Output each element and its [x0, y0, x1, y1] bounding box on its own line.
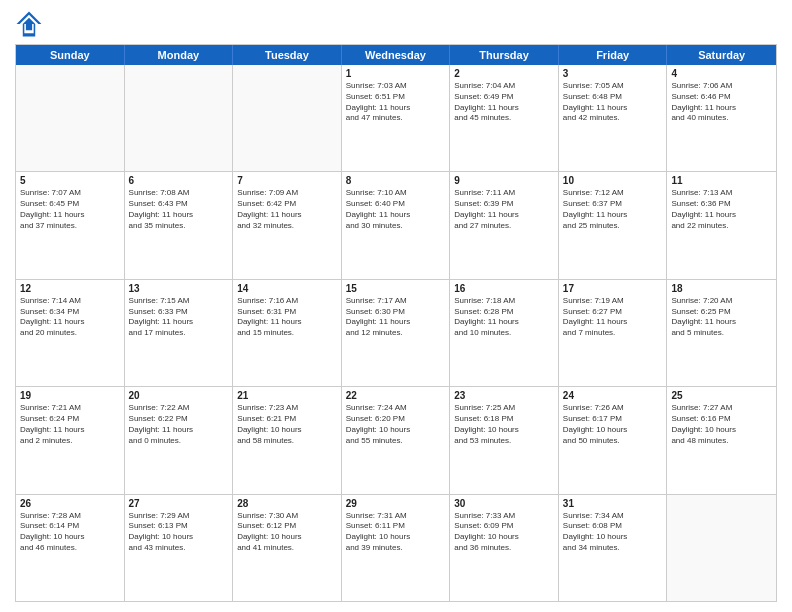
calendar-cell: 10Sunrise: 7:12 AMSunset: 6:37 PMDayligh… — [559, 172, 668, 278]
calendar-week-4: 19Sunrise: 7:21 AMSunset: 6:24 PMDayligh… — [16, 387, 776, 494]
calendar-week-2: 5Sunrise: 7:07 AMSunset: 6:45 PMDaylight… — [16, 172, 776, 279]
day-number: 27 — [129, 498, 229, 509]
calendar-cell: 21Sunrise: 7:23 AMSunset: 6:21 PMDayligh… — [233, 387, 342, 493]
calendar-cell: 20Sunrise: 7:22 AMSunset: 6:22 PMDayligh… — [125, 387, 234, 493]
calendar-cell: 17Sunrise: 7:19 AMSunset: 6:27 PMDayligh… — [559, 280, 668, 386]
day-number: 3 — [563, 68, 663, 79]
cell-info: Sunrise: 7:07 AMSunset: 6:45 PMDaylight:… — [20, 188, 120, 231]
calendar-cell: 2Sunrise: 7:04 AMSunset: 6:49 PMDaylight… — [450, 65, 559, 171]
calendar-cell: 11Sunrise: 7:13 AMSunset: 6:36 PMDayligh… — [667, 172, 776, 278]
calendar-cell: 7Sunrise: 7:09 AMSunset: 6:42 PMDaylight… — [233, 172, 342, 278]
day-number: 10 — [563, 175, 663, 186]
cell-info: Sunrise: 7:24 AMSunset: 6:20 PMDaylight:… — [346, 403, 446, 446]
page: SundayMondayTuesdayWednesdayThursdayFrid… — [0, 0, 792, 612]
day-number: 26 — [20, 498, 120, 509]
cell-info: Sunrise: 7:22 AMSunset: 6:22 PMDaylight:… — [129, 403, 229, 446]
calendar: SundayMondayTuesdayWednesdayThursdayFrid… — [15, 44, 777, 602]
day-number: 25 — [671, 390, 772, 401]
day-number: 30 — [454, 498, 554, 509]
cell-info: Sunrise: 7:17 AMSunset: 6:30 PMDaylight:… — [346, 296, 446, 339]
cell-info: Sunrise: 7:18 AMSunset: 6:28 PMDaylight:… — [454, 296, 554, 339]
cell-info: Sunrise: 7:10 AMSunset: 6:40 PMDaylight:… — [346, 188, 446, 231]
day-number: 21 — [237, 390, 337, 401]
calendar-cell: 30Sunrise: 7:33 AMSunset: 6:09 PMDayligh… — [450, 495, 559, 601]
cell-info: Sunrise: 7:31 AMSunset: 6:11 PMDaylight:… — [346, 511, 446, 554]
calendar-cell: 29Sunrise: 7:31 AMSunset: 6:11 PMDayligh… — [342, 495, 451, 601]
calendar-cell: 24Sunrise: 7:26 AMSunset: 6:17 PMDayligh… — [559, 387, 668, 493]
cell-info: Sunrise: 7:03 AMSunset: 6:51 PMDaylight:… — [346, 81, 446, 124]
cell-info: Sunrise: 7:14 AMSunset: 6:34 PMDaylight:… — [20, 296, 120, 339]
calendar-cell: 28Sunrise: 7:30 AMSunset: 6:12 PMDayligh… — [233, 495, 342, 601]
calendar-weekday-monday: Monday — [125, 45, 234, 65]
cell-info: Sunrise: 7:29 AMSunset: 6:13 PMDaylight:… — [129, 511, 229, 554]
day-number: 20 — [129, 390, 229, 401]
calendar-cell: 9Sunrise: 7:11 AMSunset: 6:39 PMDaylight… — [450, 172, 559, 278]
day-number: 17 — [563, 283, 663, 294]
calendar-weekday-friday: Friday — [559, 45, 668, 65]
day-number: 6 — [129, 175, 229, 186]
day-number: 24 — [563, 390, 663, 401]
calendar-cell — [125, 65, 234, 171]
logo-icon — [15, 10, 43, 38]
calendar-cell — [16, 65, 125, 171]
day-number: 15 — [346, 283, 446, 294]
day-number: 1 — [346, 68, 446, 79]
day-number: 12 — [20, 283, 120, 294]
calendar-week-5: 26Sunrise: 7:28 AMSunset: 6:14 PMDayligh… — [16, 495, 776, 601]
cell-info: Sunrise: 7:13 AMSunset: 6:36 PMDaylight:… — [671, 188, 772, 231]
cell-info: Sunrise: 7:05 AMSunset: 6:48 PMDaylight:… — [563, 81, 663, 124]
logo — [15, 10, 47, 38]
day-number: 18 — [671, 283, 772, 294]
day-number: 7 — [237, 175, 337, 186]
calendar-week-3: 12Sunrise: 7:14 AMSunset: 6:34 PMDayligh… — [16, 280, 776, 387]
calendar-cell — [233, 65, 342, 171]
calendar-cell: 26Sunrise: 7:28 AMSunset: 6:14 PMDayligh… — [16, 495, 125, 601]
day-number: 14 — [237, 283, 337, 294]
calendar-week-1: 1Sunrise: 7:03 AMSunset: 6:51 PMDaylight… — [16, 65, 776, 172]
header — [15, 10, 777, 38]
day-number: 4 — [671, 68, 772, 79]
cell-info: Sunrise: 7:20 AMSunset: 6:25 PMDaylight:… — [671, 296, 772, 339]
day-number: 16 — [454, 283, 554, 294]
cell-info: Sunrise: 7:11 AMSunset: 6:39 PMDaylight:… — [454, 188, 554, 231]
calendar-cell: 25Sunrise: 7:27 AMSunset: 6:16 PMDayligh… — [667, 387, 776, 493]
calendar-cell: 3Sunrise: 7:05 AMSunset: 6:48 PMDaylight… — [559, 65, 668, 171]
calendar-cell: 23Sunrise: 7:25 AMSunset: 6:18 PMDayligh… — [450, 387, 559, 493]
cell-info: Sunrise: 7:09 AMSunset: 6:42 PMDaylight:… — [237, 188, 337, 231]
calendar-cell: 4Sunrise: 7:06 AMSunset: 6:46 PMDaylight… — [667, 65, 776, 171]
day-number: 9 — [454, 175, 554, 186]
day-number: 22 — [346, 390, 446, 401]
cell-info: Sunrise: 7:33 AMSunset: 6:09 PMDaylight:… — [454, 511, 554, 554]
calendar-cell: 27Sunrise: 7:29 AMSunset: 6:13 PMDayligh… — [125, 495, 234, 601]
calendar-weekday-saturday: Saturday — [667, 45, 776, 65]
calendar-weekday-thursday: Thursday — [450, 45, 559, 65]
day-number: 13 — [129, 283, 229, 294]
calendar-cell: 5Sunrise: 7:07 AMSunset: 6:45 PMDaylight… — [16, 172, 125, 278]
calendar-body: 1Sunrise: 7:03 AMSunset: 6:51 PMDaylight… — [16, 65, 776, 601]
calendar-cell: 18Sunrise: 7:20 AMSunset: 6:25 PMDayligh… — [667, 280, 776, 386]
calendar-cell: 1Sunrise: 7:03 AMSunset: 6:51 PMDaylight… — [342, 65, 451, 171]
cell-info: Sunrise: 7:28 AMSunset: 6:14 PMDaylight:… — [20, 511, 120, 554]
cell-info: Sunrise: 7:12 AMSunset: 6:37 PMDaylight:… — [563, 188, 663, 231]
cell-info: Sunrise: 7:34 AMSunset: 6:08 PMDaylight:… — [563, 511, 663, 554]
calendar-cell: 16Sunrise: 7:18 AMSunset: 6:28 PMDayligh… — [450, 280, 559, 386]
cell-info: Sunrise: 7:08 AMSunset: 6:43 PMDaylight:… — [129, 188, 229, 231]
day-number: 2 — [454, 68, 554, 79]
cell-info: Sunrise: 7:19 AMSunset: 6:27 PMDaylight:… — [563, 296, 663, 339]
day-number: 29 — [346, 498, 446, 509]
cell-info: Sunrise: 7:23 AMSunset: 6:21 PMDaylight:… — [237, 403, 337, 446]
cell-info: Sunrise: 7:25 AMSunset: 6:18 PMDaylight:… — [454, 403, 554, 446]
day-number: 11 — [671, 175, 772, 186]
calendar-cell: 8Sunrise: 7:10 AMSunset: 6:40 PMDaylight… — [342, 172, 451, 278]
calendar-cell: 22Sunrise: 7:24 AMSunset: 6:20 PMDayligh… — [342, 387, 451, 493]
day-number: 8 — [346, 175, 446, 186]
cell-info: Sunrise: 7:16 AMSunset: 6:31 PMDaylight:… — [237, 296, 337, 339]
calendar-cell — [667, 495, 776, 601]
calendar-cell: 12Sunrise: 7:14 AMSunset: 6:34 PMDayligh… — [16, 280, 125, 386]
calendar-cell: 14Sunrise: 7:16 AMSunset: 6:31 PMDayligh… — [233, 280, 342, 386]
day-number: 23 — [454, 390, 554, 401]
calendar-cell: 19Sunrise: 7:21 AMSunset: 6:24 PMDayligh… — [16, 387, 125, 493]
calendar-cell: 15Sunrise: 7:17 AMSunset: 6:30 PMDayligh… — [342, 280, 451, 386]
cell-info: Sunrise: 7:21 AMSunset: 6:24 PMDaylight:… — [20, 403, 120, 446]
day-number: 28 — [237, 498, 337, 509]
